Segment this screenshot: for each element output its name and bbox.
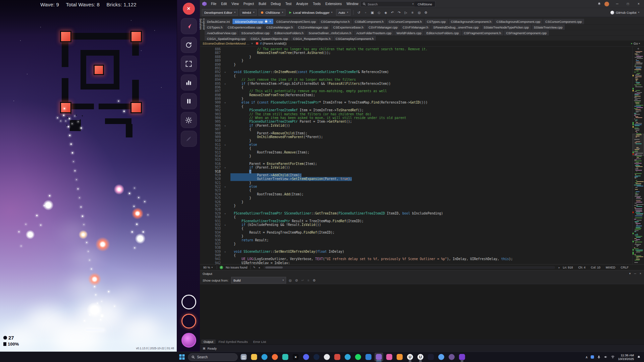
tab-CSGA_SpawnObjects.cpp[interactable]: CSGA_SpawnObjects.cpp <box>248 36 290 41</box>
panel-tab-output[interactable]: Output <box>201 340 216 344</box>
code-line-934[interactable]: 934 Result = PendingTreeItemMap.FindRef(… <box>200 231 632 234</box>
tab-CSZoneManager.h[interactable]: CSZoneManager.h <box>264 24 296 30</box>
tab-CSBackgroundComponent.cpp[interactable]: CSBackgroundComponent.cpp <box>494 19 543 24</box>
health-status[interactable]: No issues found <box>226 266 248 269</box>
code-line-923[interactable]: 923 { <box>200 188 632 192</box>
start-button[interactable] <box>178 353 186 361</box>
microphone-icon[interactable] <box>597 355 601 359</box>
tab-CSBackgroundComponent.h[interactable]: CSBackgroundComponent.h <box>448 19 494 24</box>
code-line-939[interactable]: 939▾void SSceneOutliner::SetNextUIRefres… <box>200 250 632 253</box>
taskbar-clock[interactable]: 11:36 AM 10/23/2025 <box>618 353 634 361</box>
volume-icon[interactable] <box>604 355 608 359</box>
stats-button[interactable] <box>181 74 197 90</box>
encoding-indicator[interactable]: MIXED <box>606 266 615 269</box>
rider-icon[interactable] <box>427 353 435 361</box>
code-line-900[interactable]: 900▾ else if (const FSceneOutlinerTreeIt… <box>200 101 632 104</box>
scroll-left-icon[interactable]: ◂ <box>258 266 260 269</box>
game-window[interactable]: Wave: 9 Total Waves: 8 Bricks: 1,122 27 … <box>0 0 177 352</box>
blue-app-icon[interactable] <box>437 353 446 361</box>
code-line-924[interactable]: 924 RootTreeItems.Add(Item); <box>200 192 632 196</box>
code-line-894[interactable]: 894 // Just remove the item if it no lon… <box>200 78 632 81</box>
tab-SStateTreeView.cpp[interactable]: SStateTreeView.cpp <box>532 24 566 30</box>
minimize-button[interactable]: ─ <box>612 0 623 8</box>
code-line-893[interactable]: 893{ <box>200 74 632 78</box>
code-line-926[interactable]: 926 } <box>200 200 632 204</box>
tab-SSceneOutliner.cpp[interactable]: SSceneOutliner.cpp× <box>232 19 274 24</box>
code-line-904[interactable]: 904 // When an item has been asked to mo… <box>200 116 632 120</box>
panel-tab-find-symbol-results[interactable]: Find Symbol Results <box>216 340 250 344</box>
menu-debug[interactable]: Debug <box>268 0 283 8</box>
code-line-928[interactable]: 928 <box>200 207 632 211</box>
refresh-button[interactable] <box>181 37 197 53</box>
code-line-907[interactable]: 907 { <box>200 127 632 131</box>
close-window-button[interactable]: × <box>633 0 644 8</box>
menu-extensions[interactable]: Extensions <box>323 0 344 8</box>
code-line-942[interactable]: 942 UIRefreshDelay = InDelay; <box>200 261 632 264</box>
code-line-918[interactable]: 918 { <box>200 170 632 173</box>
eol-indicator[interactable]: CRLF <box>621 266 629 269</box>
tab-CSGameplayActor.h[interactable]: CSGameplayActor.h <box>318 19 352 24</box>
github-copilot-button[interactable]: GitHub Copilot▾ <box>610 11 642 14</box>
save-icon[interactable]: ◇ <box>376 11 382 14</box>
panel-dropdown-icon[interactable]: ▾ <box>629 272 631 275</box>
code-line-912[interactable]: 912 { <box>200 146 632 150</box>
word-wrap-icon[interactable]: ↵ <box>301 279 304 282</box>
tab-CSFragmentComponent.h[interactable]: CSFragmentComponent.h <box>462 30 504 36</box>
tab-SSceneOutliner.cpp[interactable]: SSceneOutliner.cpp <box>239 30 272 36</box>
code-line-933[interactable]: 933 { <box>200 227 632 230</box>
code-line-886[interactable]: 886 // The parent no longer has any chil… <box>200 47 632 51</box>
vs-search-box[interactable]: Search ▾ <box>360 1 416 7</box>
code-line-916[interactable]: 916 Parent = EnsureParentForItem(Item); <box>200 162 632 166</box>
output-source-dropdown[interactable]: Build▾ <box>231 277 286 284</box>
brush-button[interactable] <box>181 131 197 147</box>
telegram-icon[interactable] <box>343 353 352 361</box>
menu-tools[interactable]: Tools <box>311 0 323 8</box>
code-line-915[interactable]: 915 <box>200 158 632 162</box>
effects-button[interactable] <box>181 112 197 128</box>
code-line-903[interactable]: 903 // The item still matches the filter… <box>200 112 632 116</box>
red-app-icon[interactable] <box>333 353 342 361</box>
pause-button[interactable] <box>181 93 197 109</box>
configuration-dropdown[interactable]: Development Editor▾ <box>202 9 238 16</box>
launch-button[interactable] <box>181 18 197 34</box>
unreal-editor-2-icon[interactable]: U <box>416 353 425 361</box>
code-line-908[interactable]: 908 Parent->RemoveChild(Item); <box>200 131 632 135</box>
notifications-icon[interactable] <box>597 2 601 6</box>
minimap-scrollbar[interactable]: + <box>632 47 644 264</box>
scroll-right-icon[interactable]: ▸ <box>558 266 560 269</box>
hidden-icons-chevron[interactable]: ∧ <box>585 355 588 359</box>
open-file-icon[interactable]: ▣ <box>370 11 375 14</box>
zoom-control[interactable]: 90 %▾ <box>202 266 214 269</box>
code-line-919[interactable]: 919 Parent->AddChild(Item); <box>200 173 632 177</box>
code-line-938[interactable]: 938 <box>200 246 632 249</box>
code-line-940[interactable]: 940{ <box>200 253 632 257</box>
solution-explorer-collapsed-tab[interactable]: Solution Explorer <box>200 17 205 41</box>
steam-icon[interactable] <box>312 353 321 361</box>
close-overlay-button[interactable]: × <box>183 3 195 15</box>
code-editor[interactable]: 886 // The parent no longer has any chil… <box>200 47 644 264</box>
tab-WorldFolders.cpp[interactable]: WorldFolders.cpp <box>394 30 424 36</box>
horizontal-scroll-thumb[interactable] <box>265 266 283 268</box>
github-desktop-icon[interactable] <box>447 353 456 361</box>
menu-window[interactable]: Window <box>344 0 361 8</box>
maximize-button[interactable]: □ <box>623 0 633 8</box>
tab-SRewindDebug...onentTree.cpp[interactable]: SRewindDebug...onentTree.cpp <box>431 24 481 30</box>
ring-white-button[interactable] <box>181 295 196 309</box>
output-settings-icon[interactable]: ⚙ <box>313 279 316 282</box>
redo-icon[interactable]: ↷ <box>396 11 402 14</box>
code-line-917[interactable]: 917▾ if (Parent.IsValid()) <box>200 166 632 169</box>
output-content[interactable] <box>200 284 644 339</box>
menu-test[interactable]: Test <box>283 0 294 8</box>
code-line-921[interactable]: 921 } <box>200 181 632 185</box>
code-line-935[interactable]: 935 } <box>200 234 632 238</box>
code-line-929[interactable]: 929▾FSceneOutlinerTreeItemPtr SSceneOutl… <box>200 212 632 215</box>
discord-icon[interactable] <box>302 353 311 361</box>
tab-CSGA_RespawnObjects.h[interactable]: CSGA_RespawnObjects.h <box>291 36 333 41</box>
code-line-901[interactable]: 901 { <box>200 105 632 108</box>
taskbar-search[interactable]: Search <box>188 353 238 361</box>
go-button[interactable]: ▸ Go ▾ <box>631 42 641 45</box>
background-tasks-icon[interactable]: ▣ <box>203 347 206 350</box>
code-line-906[interactable]: 906▾ if (Parent.IsValid()) <box>200 124 632 127</box>
settings-icon[interactable]: ⚙ <box>423 11 429 14</box>
show-output-icon[interactable]: ≡ <box>308 279 310 282</box>
